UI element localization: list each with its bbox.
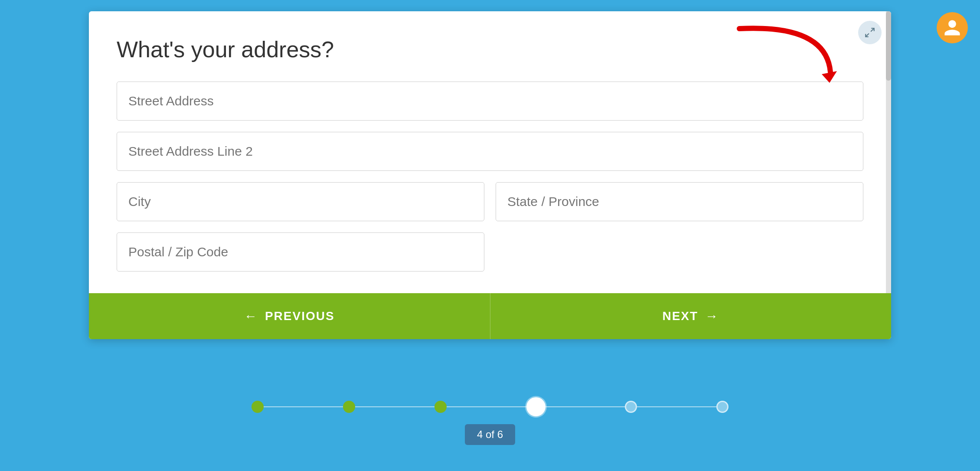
street-address-input[interactable] bbox=[117, 82, 863, 121]
page-container: What's your address? bbox=[0, 0, 980, 471]
step-label: 4 of 6 bbox=[465, 424, 515, 445]
scrollbar-thumb[interactable] bbox=[886, 11, 891, 81]
step-dot-5 bbox=[625, 401, 637, 413]
scrollbar-track bbox=[886, 11, 891, 293]
next-label: NEXT bbox=[662, 309, 698, 323]
step-dot-1 bbox=[252, 401, 264, 413]
state-province-input[interactable] bbox=[496, 182, 863, 221]
step-dot-4 bbox=[526, 397, 546, 416]
step-dot-3 bbox=[434, 401, 447, 413]
form-nav: ← PREVIOUS NEXT → bbox=[89, 293, 891, 339]
form-card: What's your address? bbox=[89, 11, 891, 339]
postal-row bbox=[117, 232, 863, 271]
postal-zip-input[interactable] bbox=[117, 232, 484, 271]
prev-arrow-icon: ← bbox=[244, 309, 258, 324]
step-line-4 bbox=[546, 406, 625, 407]
step-dot-6 bbox=[716, 401, 728, 413]
city-state-row bbox=[117, 182, 863, 221]
steps-track bbox=[252, 397, 728, 416]
form-content: What's your address? bbox=[89, 11, 891, 293]
form-title: What's your address? bbox=[117, 36, 863, 62]
step-line-3 bbox=[447, 406, 526, 407]
prev-label: PREVIOUS bbox=[265, 309, 335, 323]
svg-line-0 bbox=[871, 28, 874, 32]
previous-button[interactable]: ← PREVIOUS bbox=[89, 293, 490, 339]
form-card-inner: What's your address? bbox=[89, 11, 891, 339]
avatar[interactable] bbox=[937, 12, 968, 43]
street-address-2-input[interactable] bbox=[117, 132, 863, 171]
step-line-1 bbox=[264, 406, 343, 407]
step-line-2 bbox=[355, 406, 434, 407]
step-line-5 bbox=[637, 406, 716, 407]
svg-line-1 bbox=[866, 33, 869, 37]
step-indicator: 4 of 6 bbox=[0, 397, 980, 445]
city-input[interactable] bbox=[117, 182, 484, 221]
form-fields bbox=[117, 82, 863, 271]
next-arrow-icon: → bbox=[705, 309, 719, 324]
expand-button[interactable] bbox=[858, 21, 882, 44]
step-dot-2 bbox=[343, 401, 355, 413]
next-button[interactable]: NEXT → bbox=[490, 293, 892, 339]
